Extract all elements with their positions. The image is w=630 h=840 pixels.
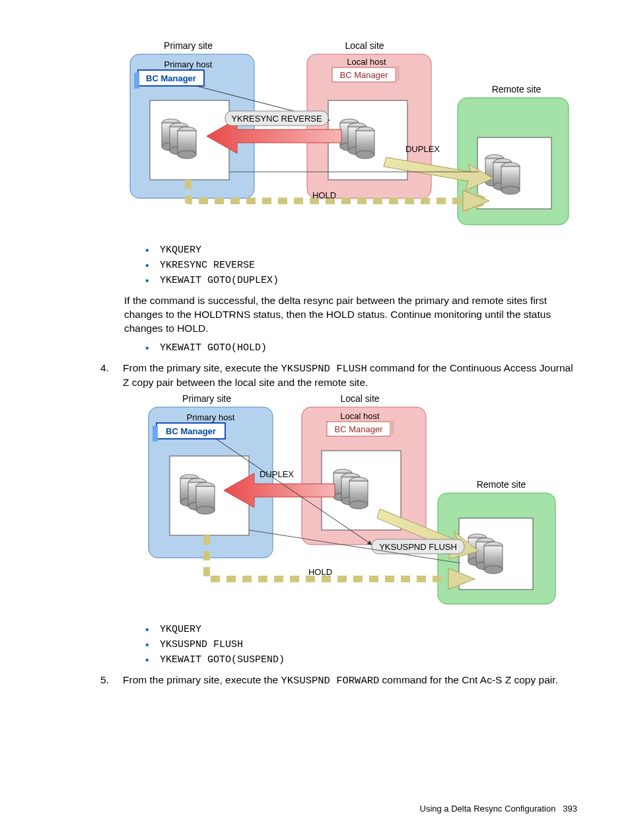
label-duplex: DUPLEX	[260, 469, 294, 479]
step-4: 4. From the primary site, execute the YK…	[100, 362, 577, 390]
label-bc-local: BC Manager	[340, 70, 389, 80]
bullets-commands-1: YKQUERY YKRESYNC REVERSE YKEWAIT GOTO(DU…	[145, 245, 577, 286]
svg-point-12	[178, 151, 196, 159]
label-local-site: Local site	[340, 393, 379, 404]
label-local-host: Local host	[340, 411, 380, 421]
svg-point-25	[356, 151, 374, 159]
label-primary-site: Primary site	[182, 393, 231, 404]
diagram-ykresync-reverse: Primary site Primary host BC Manager Loc…	[122, 40, 577, 231]
page-footer: Using a Delta Resync Configuration 393	[420, 804, 577, 814]
diagram-yksuspnd-flush: Primary site Primary host BC Manager Loc…	[122, 393, 577, 611]
step-text-prefix: From the primary site, execute the	[123, 362, 281, 373]
svg-rect-56	[390, 420, 394, 435]
command-item: YKEWAIT GOTO(SUSPEND)	[145, 654, 577, 666]
paragraph-holdtrns: If the command is successful, the delta …	[124, 294, 577, 336]
step-5: 5. From the primary site, execute the YK…	[100, 673, 577, 688]
label-ykresync-reverse: YKRESYNC REVERSE	[231, 114, 322, 124]
svg-rect-15	[396, 66, 400, 81]
label-hold: HOLD	[308, 567, 332, 577]
step-command: YKSUSPND FORWARD	[281, 675, 379, 687]
bullets-commands-3: YKQUERY YKSUSPND FLUSH YKEWAIT GOTO(SUSP…	[145, 624, 577, 666]
command-item: YKQUERY	[145, 624, 577, 635]
svg-point-66	[349, 501, 368, 509]
label-remote-site: Remote site	[477, 479, 526, 490]
label-hold: HOLD	[312, 190, 336, 200]
label-local-host: Local host	[347, 57, 386, 67]
step-command: YKSUSPND FLUSH	[281, 363, 367, 375]
step-number: 4.	[100, 362, 123, 390]
label-local-site: Local site	[345, 40, 384, 51]
label-primary-site: Primary site	[164, 40, 213, 51]
svg-rect-2	[134, 73, 139, 89]
footer-page: 393	[563, 804, 577, 814]
bullets-commands-2: YKEWAIT GOTO(HOLD)	[145, 342, 577, 354]
command-item: YKRESYNC REVERSE	[145, 260, 577, 271]
svg-rect-43	[153, 426, 158, 441]
command-item: YKQUERY	[145, 245, 577, 256]
svg-point-36	[501, 186, 520, 194]
label-bc-primary: BC Manager	[146, 73, 196, 83]
svg-point-77	[484, 566, 503, 574]
label-primary-host: Primary host	[187, 412, 235, 422]
svg-point-53	[196, 506, 215, 514]
command-item: YKEWAIT GOTO(HOLD)	[145, 342, 577, 354]
label-yksuspnd-flush: YKSUSPND FLUSH	[379, 542, 457, 552]
step-number: 5.	[100, 673, 123, 688]
label-primary-host: Primary host	[164, 59, 213, 69]
step-text-suffix: command for the Cnt Ac-S Z copy pair.	[379, 674, 558, 685]
label-bc-primary: BC Manager	[166, 426, 216, 436]
step-text-prefix: From the primary site, execute the	[123, 674, 281, 685]
label-duplex: DUPLEX	[405, 144, 440, 154]
command-item: YKEWAIT GOTO(DUPLEX)	[145, 275, 577, 286]
footer-text: Using a Delta Resync Configuration	[420, 804, 556, 814]
label-bc-local: BC Manager	[335, 424, 384, 434]
command-item: YKSUSPND FLUSH	[145, 639, 577, 650]
label-remote-site: Remote site	[492, 84, 542, 95]
